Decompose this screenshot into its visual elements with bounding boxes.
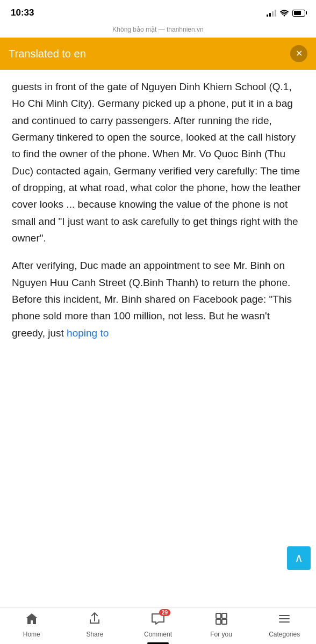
url-bar: Không bảo mật — thanhnien.vn bbox=[0, 24, 316, 38]
paragraph-2-text-before: After verifying, Duc made an appointment… bbox=[12, 260, 292, 338]
nav-item-comment[interactable]: 29 Comment bbox=[142, 612, 174, 638]
foryou-icon bbox=[215, 612, 228, 628]
comment-icon: 29 bbox=[151, 612, 165, 628]
nav-foryou-label: For you bbox=[210, 631, 232, 638]
wifi-icon bbox=[279, 9, 289, 17]
status-time: 10:33 bbox=[11, 8, 34, 18]
translation-text: Translated to en bbox=[9, 48, 86, 60]
categories-icon bbox=[278, 612, 291, 628]
paragraph-2-link[interactable]: hoping to bbox=[67, 327, 109, 339]
url-text: Không bảo mật — thanhnien.vn bbox=[112, 26, 203, 33]
nav-home-label: Home bbox=[23, 631, 40, 638]
scroll-up-button[interactable]: ∧ bbox=[287, 546, 311, 570]
paragraph-1-text: guests in front of the gate of Nguyen Di… bbox=[12, 81, 301, 244]
status-bar: 10:33 bbox=[0, 0, 316, 24]
scroll-up-icon: ∧ bbox=[295, 552, 303, 564]
article-paragraph-2: After verifying, Duc made an appointment… bbox=[12, 257, 304, 341]
nav-item-foryou[interactable]: For you bbox=[205, 612, 238, 638]
bottom-nav: Home Share 29 Comment bbox=[0, 608, 316, 644]
svg-rect-1 bbox=[222, 613, 227, 618]
translation-close-button[interactable]: ✕ bbox=[290, 45, 307, 62]
home-icon bbox=[25, 612, 39, 628]
article-content: guests in front of the gate of Nguyen Di… bbox=[0, 70, 316, 608]
signal-icon bbox=[267, 9, 276, 17]
svg-rect-0 bbox=[216, 613, 221, 618]
nav-comment-label: Comment bbox=[144, 631, 172, 638]
main-wrapper: guests in front of the gate of Nguyen Di… bbox=[0, 70, 316, 608]
svg-rect-2 bbox=[216, 619, 221, 624]
svg-rect-3 bbox=[222, 619, 227, 624]
nav-categories-label: Categories bbox=[269, 631, 300, 638]
close-icon: ✕ bbox=[296, 49, 303, 58]
nav-item-home[interactable]: Home bbox=[16, 612, 48, 638]
nav-share-label: Share bbox=[86, 631, 103, 638]
status-icons bbox=[267, 9, 305, 17]
share-icon bbox=[88, 612, 101, 628]
nav-item-categories[interactable]: Categories bbox=[268, 612, 300, 638]
translation-banner: Translated to en ✕ bbox=[0, 38, 316, 70]
comment-badge: 29 bbox=[159, 609, 170, 616]
article-body: guests in front of the gate of Nguyen Di… bbox=[12, 78, 304, 341]
battery-icon bbox=[292, 10, 305, 17]
article-paragraph-1: guests in front of the gate of Nguyen Di… bbox=[12, 78, 304, 246]
nav-item-share[interactable]: Share bbox=[78, 612, 111, 638]
